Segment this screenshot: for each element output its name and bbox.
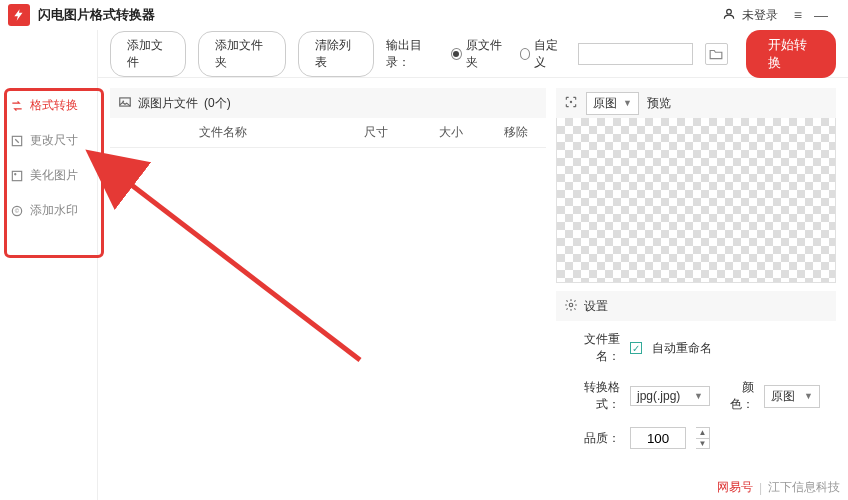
image-icon — [118, 95, 132, 112]
col-dimension: 尺寸 — [336, 124, 416, 141]
sidebar-item-beautify[interactable]: 美化图片 — [0, 158, 97, 193]
sidebar-item-label: 更改尺寸 — [30, 132, 78, 149]
preview-canvas — [556, 118, 836, 283]
footer-credit: 网易号 | 江下信息科技 — [717, 479, 840, 496]
auto-rename-checkbox[interactable]: ✓ — [630, 342, 642, 354]
sidebar-item-label: 格式转换 — [30, 97, 78, 114]
chevron-down-icon: ▼ — [623, 98, 632, 108]
footer-brand: 网易号 — [717, 479, 753, 496]
svg-point-8 — [570, 100, 572, 102]
radio-original-folder[interactable]: 原文件夹 — [451, 37, 508, 71]
col-filename: 文件名称 — [110, 124, 336, 141]
col-size: 大小 — [416, 124, 486, 141]
source-files-count: (0个) — [204, 95, 231, 112]
settings-header: 设置 — [556, 291, 836, 321]
auto-rename-text: 自动重命名 — [652, 340, 712, 357]
quality-spinner[interactable]: ▲ ▼ — [696, 427, 710, 449]
sidebar: 格式转换 更改尺寸 美化图片 © 添加水印 — [0, 30, 98, 500]
color-label: 颜色： — [720, 379, 754, 413]
gear-icon — [564, 298, 578, 315]
svg-rect-2 — [12, 171, 21, 180]
source-files-label: 源图片文件 — [138, 95, 198, 112]
chevron-down-icon[interactable]: ▼ — [696, 439, 709, 449]
window-buttons: ≡ — — [794, 8, 840, 22]
svg-text:©: © — [15, 208, 20, 214]
app-title: 闪电图片格式转换器 — [38, 6, 155, 24]
output-path-input[interactable] — [578, 43, 693, 65]
preview-settings-pane: 原图 ▼ 预览 设置 文件重名： ✓ 自动重命名 — [556, 88, 836, 500]
table-header: 文件名称 尺寸 大小 移除 — [110, 118, 546, 148]
focus-icon — [564, 95, 578, 112]
preview-label: 预览 — [647, 95, 671, 112]
login-status[interactable]: 未登录 — [742, 7, 778, 24]
settings-body: 文件重名： ✓ 自动重命名 转换格式： jpg(.jpg) ▼ 颜色： 原图 — [556, 321, 836, 459]
chevron-down-icon: ▼ — [694, 391, 703, 401]
format-dropdown[interactable]: jpg(.jpg) ▼ — [630, 386, 710, 406]
clear-list-button[interactable]: 清除列表 — [298, 31, 374, 77]
svg-point-0 — [726, 9, 731, 14]
radio-custom-folder[interactable]: 自定义 — [520, 37, 566, 71]
radio-dot-icon — [451, 48, 462, 60]
rename-label: 文件重名： — [564, 331, 620, 365]
svg-point-9 — [569, 303, 573, 307]
format-label: 转换格式： — [564, 379, 620, 413]
sidebar-item-label: 美化图片 — [30, 167, 78, 184]
sidebar-item-resize[interactable]: 更改尺寸 — [0, 123, 97, 158]
start-convert-button[interactable]: 开始转换 — [746, 30, 836, 78]
col-remove: 移除 — [486, 124, 546, 141]
sidebar-item-format-convert[interactable]: 格式转换 — [0, 88, 97, 123]
minimize-icon[interactable]: — — [814, 8, 828, 22]
app-logo — [8, 4, 30, 26]
preview-source-dropdown[interactable]: 原图 ▼ — [586, 92, 639, 115]
file-list-pane: 源图片文件 (0个) 文件名称 尺寸 大小 移除 — [110, 88, 546, 500]
resize-icon — [10, 134, 24, 148]
menu-icon[interactable]: ≡ — [794, 8, 802, 22]
browse-folder-button[interactable] — [705, 43, 728, 65]
divider: | — [759, 481, 762, 495]
add-file-button[interactable]: 添加文件 — [110, 31, 186, 77]
add-folder-button[interactable]: 添加文件夹 — [198, 31, 285, 77]
radio-dot-icon — [520, 48, 531, 60]
beautify-icon — [10, 169, 24, 183]
titlebar-right: 未登录 ≡ — — [722, 7, 840, 24]
quality-input[interactable] — [630, 427, 686, 449]
source-files-header: 源图片文件 (0个) — [110, 88, 546, 118]
watermark-icon: © — [10, 204, 24, 218]
color-dropdown[interactable]: 原图 ▼ — [764, 385, 820, 408]
convert-icon — [10, 99, 24, 113]
sidebar-item-label: 添加水印 — [30, 202, 78, 219]
titlebar: 闪电图片格式转换器 未登录 ≡ — — [0, 0, 848, 30]
chevron-up-icon[interactable]: ▲ — [696, 428, 709, 439]
footer-author: 江下信息科技 — [768, 479, 840, 496]
quality-label: 品质： — [564, 430, 620, 447]
output-dir-label: 输出目录： — [386, 37, 439, 71]
sidebar-item-watermark[interactable]: © 添加水印 — [0, 193, 97, 228]
settings-title: 设置 — [584, 298, 608, 315]
table-body-empty — [110, 148, 546, 500]
toolbar: 添加文件 添加文件夹 清除列表 输出目录： 原文件夹 自定义 开始转换 — [98, 30, 848, 78]
svg-point-3 — [14, 173, 16, 175]
chevron-down-icon: ▼ — [804, 391, 813, 401]
user-icon — [722, 7, 736, 24]
preview-header: 原图 ▼ 预览 — [556, 88, 836, 118]
